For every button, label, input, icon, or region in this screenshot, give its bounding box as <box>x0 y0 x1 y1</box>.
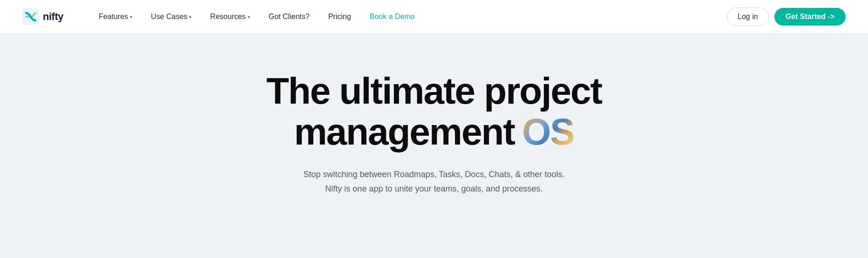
hero-title-line1: The ultimate project <box>266 71 602 112</box>
nav-actions: Log in Get Started -> <box>727 7 846 26</box>
navbar: nifty Features ▾ Use Cases ▾ Resources ▾… <box>0 0 868 33</box>
nifty-logo-icon <box>22 8 39 25</box>
nav-item-use-cases[interactable]: Use Cases ▾ <box>143 9 199 25</box>
hero-management-text: management <box>294 112 514 152</box>
nav-item-pricing[interactable]: Pricing <box>321 9 359 25</box>
nav-item-resources[interactable]: Resources ▾ <box>203 9 257 25</box>
logo-text: nifty <box>43 11 63 23</box>
use-cases-chevron-icon: ▾ <box>189 14 191 20</box>
nav-item-book-demo[interactable]: Book a Demo <box>362 9 422 25</box>
logo-link[interactable]: nifty <box>22 8 63 25</box>
nav-item-got-clients[interactable]: Got Clients? <box>261 9 317 25</box>
login-button[interactable]: Log in <box>727 7 769 26</box>
hero-section: The ultimate project management OS Stop … <box>0 33 868 224</box>
hero-subtitle-line2: Nifty is one app to unite your teams, go… <box>325 184 542 193</box>
resources-chevron-icon: ▾ <box>248 14 250 20</box>
nav-links: Features ▾ Use Cases ▾ Resources ▾ Got C… <box>91 9 727 25</box>
hero-subtitle: Stop switching between Roadmaps, Tasks, … <box>304 167 565 196</box>
hero-title-line2: management OS <box>266 112 602 152</box>
features-chevron-icon: ▾ <box>130 14 132 20</box>
hero-subtitle-line1: Stop switching between Roadmaps, Tasks, … <box>304 170 565 179</box>
hero-os-text: OS <box>522 112 574 152</box>
get-started-button[interactable]: Get Started -> <box>774 8 846 26</box>
hero-title: The ultimate project management OS <box>266 71 602 152</box>
nav-item-features[interactable]: Features ▾ <box>91 9 140 25</box>
